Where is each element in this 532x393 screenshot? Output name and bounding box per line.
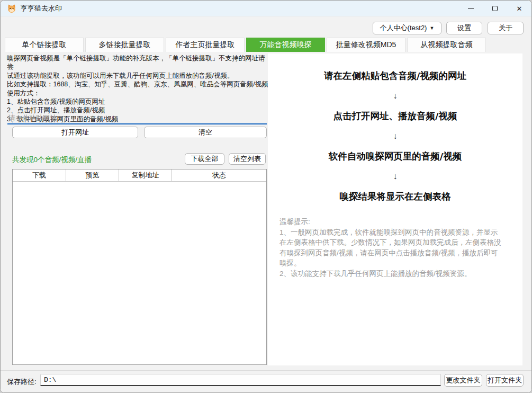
settings-button[interactable]: 设置 — [446, 22, 482, 34]
download-all-button[interactable]: 下载全部 — [185, 153, 224, 165]
tab-extract-audio[interactable]: 从视频提取音频 — [407, 38, 486, 52]
tips-text: 温馨提示: 1、一般网页加载完成，软件就能嗅探到网页中的音视频资源，并显示 在左… — [279, 217, 510, 279]
save-path-label: 保存路径: — [7, 377, 37, 387]
tab-universal-sniffer[interactable]: 万能音视频嗅探 — [246, 38, 325, 52]
tab-batch-modify-md5[interactable]: 批量修改视频MD5 — [327, 38, 405, 52]
account-label: 个人中心(test2) — [380, 23, 427, 33]
open-folder-button[interactable]: 打开文件夹 — [486, 374, 524, 387]
cat-app-icon — [7, 4, 16, 13]
save-path-input[interactable] — [40, 374, 441, 386]
minimize-button[interactable] — [458, 1, 483, 16]
instructions-panel: 请在左侧粘贴包含音频/视频的网址 ↓ 点击打开网址、播放音频/视频 ↓ 软件自动… — [268, 53, 522, 365]
close-button[interactable]: ✕ — [507, 1, 531, 16]
steps: 请在左侧粘贴包含音频/视频的网址 ↓ 点击打开网址、播放音频/视频 ↓ 软件自动… — [268, 53, 522, 203]
results-table: 下载 预览 复制地址 状态 — [12, 169, 267, 365]
open-url-button[interactable]: 打开网址 — [12, 127, 138, 138]
window-controls: ✕ — [458, 1, 531, 16]
step-4-text: 嗅探结果将显示在左侧表格 — [340, 190, 451, 203]
about-button[interactable]: 关于 — [488, 22, 524, 34]
down-arrow-icon: ↓ — [393, 172, 398, 181]
step-1-text: 请在左侧粘贴包含音频/视频的网址 — [324, 69, 466, 82]
titlebar: 亨亨猫去水印 ✕ — [1, 1, 531, 16]
chevron-down-icon: ▼ — [429, 26, 434, 31]
app-window: 亨亨猫去水印 ✕ 个人中心(test2) ▼ 设置 关于 单个链接提取 多链接批… — [0, 0, 532, 393]
down-arrow-icon: ↓ — [393, 132, 398, 140]
found-count-text: 共发现0个音频/视频/直播 — [12, 155, 92, 165]
step-2-text: 点击打开网址、播放音频/视频 — [333, 110, 457, 122]
step-3-text: 软件自动嗅探网页里的音频/视频 — [329, 150, 462, 163]
account-dropdown[interactable]: 个人中心(test2) ▼ — [373, 22, 441, 34]
column-header-copy-url: 复制地址 — [119, 169, 172, 181]
column-header-preview: 预览 — [66, 169, 119, 181]
column-header-status: 状态 — [172, 169, 266, 181]
down-arrow-icon: ↓ — [393, 92, 398, 100]
url-input[interactable] — [7, 112, 267, 124]
tab-multi-link-batch[interactable]: 多链接批量提取 — [85, 38, 164, 52]
window-title: 亨亨猫去水印 — [21, 4, 62, 13]
tab-author-page-batch[interactable]: 作者主页批量提取 — [166, 38, 245, 52]
results-table-header: 下载 预览 复制地址 状态 — [13, 169, 266, 182]
clear-input-button[interactable]: 清空 — [144, 127, 267, 138]
maximize-button[interactable] — [483, 1, 507, 16]
column-header-download: 下载 — [13, 169, 66, 181]
tab-single-link-extract[interactable]: 单个链接提取 — [5, 38, 84, 52]
change-folder-button[interactable]: 更改文件夹 — [444, 374, 482, 387]
clear-list-button[interactable]: 清空列表 — [229, 153, 266, 165]
